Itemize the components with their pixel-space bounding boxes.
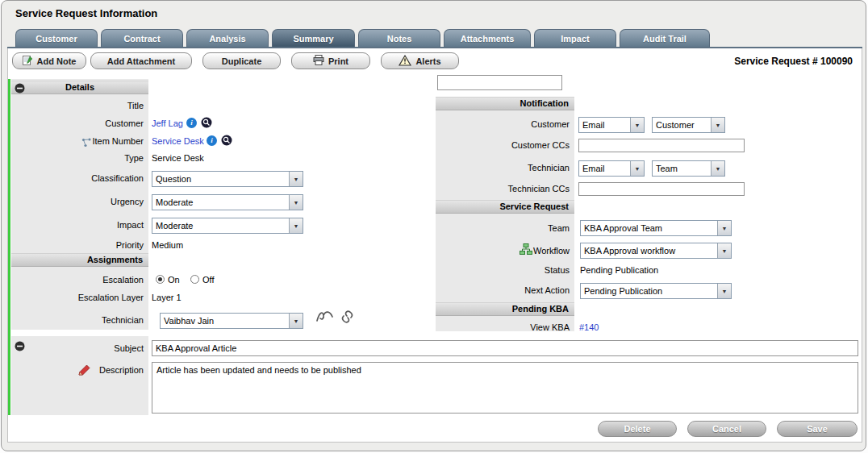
team-select[interactable]: KBA Approval Team ▼ — [580, 220, 732, 236]
view-kba-label: View KBA — [436, 322, 570, 332]
dropdown-arrow-icon: ▼ — [717, 221, 731, 235]
view-kba-link[interactable]: #140 — [579, 322, 599, 332]
status-label: Status — [436, 265, 570, 275]
escalation-layer-label: Escalation Layer — [11, 293, 144, 302]
technician-ccs-label: Technician CCs — [436, 184, 570, 193]
service-request-window: Service Request Information Customer Con… — [1, 0, 866, 451]
duplicate-button[interactable]: Duplicate — [202, 52, 281, 69]
add-attachment-label: Add Attachment — [107, 56, 176, 66]
delete-button[interactable]: Delete — [598, 421, 677, 437]
status-value: Pending Publication — [580, 265, 658, 275]
classification-value: Question — [152, 172, 289, 186]
notification-section-header: Notification — [436, 97, 574, 110]
team-label: Team — [436, 223, 570, 233]
print-button[interactable]: Print — [291, 52, 370, 69]
item-info-icon[interactable]: i — [207, 135, 217, 146]
dropdown-arrow-icon: ▼ — [289, 172, 303, 186]
workflow-select[interactable]: KBA Approval workflow ▼ — [580, 243, 732, 259]
escalation-off-label: Off — [202, 275, 214, 285]
save-button[interactable]: Save — [777, 421, 858, 437]
title-label: Title — [11, 101, 144, 110]
dropdown-arrow-icon: ▼ — [630, 118, 644, 132]
tab-bar: Customer Contract Analysis Summary Notes… — [15, 29, 710, 47]
assignments-section-header: Assignments — [11, 253, 148, 267]
add-note-button[interactable]: Add Note — [12, 52, 86, 69]
escalation-layer-value: Layer 1 — [152, 293, 182, 302]
technician-value: Vaibhav Jain — [161, 314, 289, 328]
tab-notes[interactable]: Notes — [358, 29, 440, 47]
customer-search-icon[interactable] — [201, 117, 212, 131]
escalation-on-radio[interactable] — [156, 275, 165, 284]
add-note-icon — [23, 55, 33, 67]
alerts-button[interactable]: Alerts — [381, 52, 459, 69]
tab-analysis[interactable]: Analysis — [186, 29, 269, 47]
tab-attachments[interactable]: Attachments — [444, 29, 531, 47]
subject-input[interactable] — [152, 340, 858, 356]
escalation-label: Escalation — [11, 275, 144, 285]
customer-ccs-input[interactable] — [578, 139, 745, 152]
item-number-label: Item Number — [11, 136, 144, 146]
impact-select[interactable]: Moderate ▼ — [152, 218, 303, 234]
technician-recipient-select[interactable]: Team ▼ — [652, 160, 725, 177]
collapse-details-icon[interactable] — [15, 82, 25, 97]
tab-impact[interactable]: Impact — [534, 29, 616, 47]
item-number-link[interactable]: Service Desk — [152, 136, 204, 146]
type-label: Type — [11, 153, 144, 163]
customer-ccs-label: Customer CCs — [436, 140, 570, 150]
tab-summary[interactable]: Summary — [272, 29, 355, 47]
escalation-off-radio[interactable] — [190, 275, 199, 284]
workflow-label: Workflow — [436, 246, 570, 256]
urgency-select[interactable]: Moderate ▼ — [152, 194, 303, 210]
urgency-label: Urgency — [11, 197, 144, 206]
details-section-header: Details — [11, 81, 148, 94]
service-request-screen: Service Request Information Customer Con… — [0, 0, 868, 453]
dropdown-arrow-icon: ▼ — [711, 161, 724, 176]
tab-audit-trail[interactable]: Audit Trail — [620, 29, 710, 47]
page-title: Service Request Information — [15, 7, 157, 19]
priority-value: Medium — [152, 240, 183, 250]
pending-kba-section-header: Pending KBA — [436, 302, 574, 316]
customer-method-value: Email — [579, 118, 630, 132]
technician-select[interactable]: Vaibhav Jain ▼ — [160, 313, 303, 329]
next-action-value: Pending Publication — [581, 284, 717, 298]
description-label: Description — [11, 365, 144, 375]
tab-customer[interactable]: Customer — [15, 29, 98, 47]
dropdown-arrow-icon: ▼ — [711, 118, 724, 132]
dropdown-arrow-icon: ▼ — [630, 161, 644, 176]
customer-info-icon[interactable]: i — [186, 118, 197, 128]
customer-recipient-select[interactable]: Customer ▼ — [652, 117, 725, 133]
reassign-technician-icon[interactable] — [315, 309, 335, 326]
dropdown-arrow-icon: ▼ — [717, 243, 731, 258]
customer-method-select[interactable]: Email ▼ — [578, 117, 645, 133]
dropdown-arrow-icon: ▼ — [289, 218, 303, 233]
alerts-label: Alerts — [415, 56, 440, 66]
print-label: Print — [328, 56, 348, 66]
notification-top-input[interactable] — [437, 75, 562, 90]
impact-value: Moderate — [152, 218, 289, 233]
section-accent-bar — [8, 79, 10, 415]
team-value: KBA Approval Team — [581, 221, 717, 235]
service-request-section-header: Service Request — [436, 200, 574, 214]
printer-icon — [313, 55, 324, 67]
next-action-select[interactable]: Pending Publication ▼ — [580, 283, 732, 299]
classification-select[interactable]: Question ▼ — [152, 171, 303, 187]
item-search-icon[interactable] — [221, 135, 232, 149]
dropdown-arrow-icon: ▼ — [289, 195, 303, 210]
notification-technician-label: Technician — [436, 163, 570, 172]
dropdown-arrow-icon: ▼ — [289, 314, 303, 328]
dropdown-arrow-icon: ▼ — [717, 284, 731, 298]
tab-contract[interactable]: Contract — [101, 29, 183, 47]
technician-label: Technician — [11, 315, 144, 325]
add-attachment-button[interactable]: Add Attachment — [90, 52, 192, 69]
duplicate-label: Duplicate — [222, 56, 262, 66]
customer-link[interactable]: Jeff Lag — [152, 118, 183, 128]
description-textarea[interactable]: Article has been updated and needs to be… — [152, 362, 858, 414]
technician-recipient-value: Team — [653, 161, 711, 176]
technician-method-select[interactable]: Email ▼ — [578, 160, 645, 177]
technician-ccs-input[interactable] — [578, 182, 745, 196]
unassign-technician-icon[interactable] — [341, 310, 357, 328]
add-note-label: Add Note — [37, 56, 77, 66]
customer-recipient-value: Customer — [653, 118, 711, 132]
warning-triangle-icon — [399, 55, 411, 68]
cancel-button[interactable]: Cancel — [687, 421, 766, 437]
